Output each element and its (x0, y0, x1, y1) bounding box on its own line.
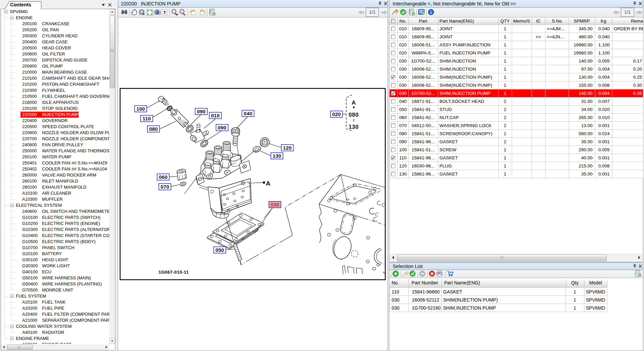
svg-text:080: 080 (349, 112, 359, 118)
svg-text:020: 020 (332, 111, 341, 117)
svg-text:090: 090 (218, 125, 226, 130)
svg-text:080: 080 (149, 126, 158, 132)
svg-text:060: 060 (159, 174, 168, 180)
svg-text:040: 040 (244, 111, 252, 116)
svg-text:050: 050 (215, 247, 224, 253)
svg-text:120: 120 (283, 145, 292, 151)
svg-text:i: i (430, 10, 432, 15)
svg-text:+: + (176, 12, 179, 17)
svg-text:A: A (266, 180, 271, 187)
svg-text:T: T (163, 10, 166, 15)
svg-text:1G067-010-11: 1G067-010-11 (158, 270, 189, 275)
svg-text:100: 100 (136, 106, 145, 112)
svg-text:070: 070 (160, 184, 169, 190)
svg-text:130: 130 (349, 124, 359, 130)
svg-text:130: 130 (273, 153, 281, 159)
svg-text:030: 030 (271, 202, 279, 207)
svg-text:A: A (352, 100, 356, 106)
svg-text:-: - (184, 12, 185, 17)
svg-text:010: 010 (211, 113, 220, 118)
svg-text:090: 090 (197, 109, 206, 114)
svg-text:~: ~ (351, 119, 357, 122)
svg-text:110: 110 (143, 116, 151, 121)
